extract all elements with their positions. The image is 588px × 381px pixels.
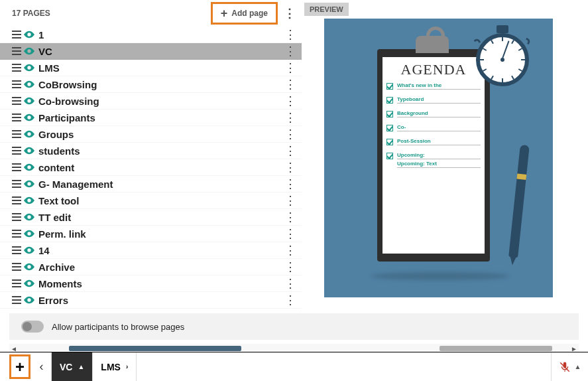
caret-up-icon: ▲ [575, 363, 581, 370]
page-label: LMS [38, 62, 284, 74]
drag-handle-icon[interactable] [12, 196, 24, 204]
row-more-icon[interactable] [284, 62, 296, 74]
visibility-icon[interactable] [24, 147, 38, 155]
page-row[interactable]: 14 [0, 242, 302, 259]
drag-handle-icon[interactable] [12, 180, 24, 188]
page-row[interactable]: content [0, 159, 302, 176]
drag-handle-icon[interactable] [12, 230, 24, 238]
visibility-icon[interactable] [24, 47, 38, 55]
svg-rect-42 [12, 263, 21, 264]
drag-handle-icon[interactable] [12, 296, 24, 304]
page-row[interactable]: Participants [0, 110, 302, 126]
visibility-icon[interactable] [24, 31, 38, 38]
row-more-icon[interactable] [284, 45, 296, 57]
mic-button[interactable]: ▲ [551, 352, 588, 381]
svg-rect-13 [12, 100, 21, 102]
drag-handle-icon[interactable] [12, 279, 24, 287]
prev-tab-button[interactable]: ‹ [32, 352, 52, 381]
svg-rect-8 [12, 70, 21, 72]
drag-handle-icon[interactable] [12, 263, 24, 271]
page-row[interactable]: G- Management [0, 176, 302, 192]
page-row[interactable]: VC [0, 43, 302, 60]
svg-rect-28 [12, 183, 21, 185]
pages-header: 17 PAGES + Add page ⋮ [0, 0, 302, 27]
agenda-item: Upcoming: [386, 152, 481, 159]
visibility-icon[interactable] [24, 64, 38, 72]
drag-handle-icon[interactable] [12, 80, 24, 88]
page-label: students [38, 145, 284, 157]
page-row[interactable]: Co-browsing [0, 93, 302, 110]
scroll-thumb[interactable] [69, 346, 241, 351]
visibility-icon[interactable] [24, 263, 38, 271]
page-row[interactable]: Archive [0, 259, 302, 275]
page-list: 1VCLMSCoBrowsingCo-browsingParticipantsG… [0, 27, 302, 312]
row-more-icon[interactable] [284, 244, 296, 256]
visibility-icon[interactable] [24, 180, 38, 188]
page-row[interactable]: students [0, 143, 302, 159]
svg-rect-31 [12, 200, 21, 201]
drag-handle-icon[interactable] [12, 64, 24, 72]
svg-rect-4 [12, 50, 21, 52]
svg-rect-1 [12, 34, 21, 35]
row-more-icon[interactable] [284, 161, 296, 173]
agenda-text: Typeboard [397, 96, 481, 104]
row-more-icon[interactable] [284, 194, 296, 206]
header-more-icon[interactable]: ⋮ [283, 6, 296, 21]
visibility-icon[interactable] [24, 296, 38, 304]
add-page-button[interactable]: + Add page [214, 5, 274, 21]
browse-toggle-label: Allow participants to browse pages [52, 322, 184, 332]
add-tab-button[interactable]: + [9, 354, 30, 379]
visibility-icon[interactable] [24, 80, 38, 88]
browse-toggle[interactable] [21, 321, 44, 333]
visibility-icon[interactable] [24, 230, 38, 238]
drag-handle-icon[interactable] [12, 47, 24, 55]
svg-rect-49 [12, 299, 21, 301]
page-row[interactable]: Perm. link [0, 226, 302, 242]
row-more-icon[interactable] [284, 277, 296, 289]
page-label: Text tool [38, 195, 284, 206]
page-label: Co-browsing [38, 96, 284, 107]
drag-handle-icon[interactable] [12, 147, 24, 155]
page-row[interactable]: Groups [0, 126, 302, 143]
svg-rect-11 [12, 87, 21, 88]
visibility-icon[interactable] [24, 163, 38, 171]
row-more-icon[interactable] [284, 261, 296, 273]
tab-lms[interactable]: LMS › [93, 352, 137, 381]
page-row[interactable]: TT edit [0, 209, 302, 226]
row-more-icon[interactable] [284, 211, 296, 223]
visibility-icon[interactable] [24, 246, 38, 254]
row-more-icon[interactable] [284, 95, 296, 107]
drag-handle-icon[interactable] [12, 114, 24, 121]
row-more-icon[interactable] [284, 78, 296, 90]
drag-handle-icon[interactable] [12, 163, 24, 171]
bottom-bar: + ‹ VC ▲ LMS › ▲ [0, 352, 588, 381]
row-more-icon[interactable] [284, 128, 296, 140]
visibility-icon[interactable] [24, 213, 38, 221]
row-more-icon[interactable] [284, 29, 296, 40]
row-more-icon[interactable] [284, 228, 296, 240]
page-row[interactable]: LMS [0, 60, 302, 76]
drag-handle-icon[interactable] [12, 246, 24, 254]
drag-handle-icon[interactable] [12, 31, 24, 38]
drag-handle-icon[interactable] [12, 213, 24, 221]
page-row[interactable]: 1 [0, 27, 302, 43]
visibility-icon[interactable] [24, 130, 38, 138]
drag-handle-icon[interactable] [12, 97, 24, 105]
page-row[interactable]: Errors [0, 292, 302, 309]
page-row[interactable]: Moments [0, 275, 302, 292]
visibility-icon[interactable] [24, 97, 38, 105]
visibility-icon[interactable] [24, 114, 38, 121]
row-more-icon[interactable] [284, 178, 296, 190]
tab-vc[interactable]: VC ▲ [52, 352, 93, 381]
row-more-icon[interactable] [284, 145, 296, 157]
page-label: Participants [38, 112, 284, 123]
page-row[interactable]: CoBrowsing [0, 76, 302, 93]
row-more-icon[interactable] [284, 294, 296, 306]
svg-rect-18 [12, 130, 21, 131]
row-more-icon[interactable] [284, 112, 296, 123]
visibility-icon[interactable] [24, 279, 38, 287]
scroll-thumb-secondary[interactable] [440, 346, 552, 351]
drag-handle-icon[interactable] [12, 130, 24, 138]
page-row[interactable]: Text tool [0, 192, 302, 209]
visibility-icon[interactable] [24, 196, 38, 204]
